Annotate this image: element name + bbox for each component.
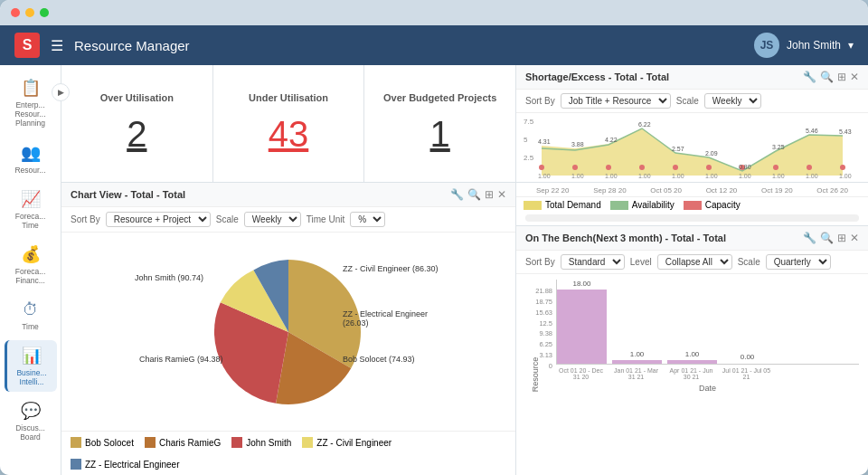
username: John Smith (787, 39, 841, 52)
date-labels: Sep 22 20 Sep 28 20 Oct 05 20 Oct 12 20 … (516, 185, 868, 196)
maximize-dot[interactable] (40, 8, 49, 17)
stat-card-over-utilisation: Over Utilisation 2 (61, 65, 213, 182)
on-bench-header: On The Bench(Next 3 month) - Total - Tot… (516, 226, 868, 251)
pie-chart-svg (207, 251, 370, 413)
filter-icon[interactable]: 🔧 (803, 71, 816, 83)
bench-sort-select[interactable]: Standard (561, 254, 625, 270)
resource-icon: 👥 (21, 143, 41, 163)
chart-time-label: Time Unit (307, 214, 344, 224)
expand-icon-bench[interactable]: ⊞ (837, 232, 846, 244)
svg-point-5 (572, 165, 578, 170)
expand-icon[interactable]: ⊞ (837, 71, 846, 83)
label-civil: ZZ - Civil Engineer (86.30) (343, 264, 439, 273)
bar-group-2: 1.00 (612, 350, 662, 364)
business-icon: 📊 (22, 346, 42, 366)
user-info[interactable]: JS John Smith ▾ (754, 33, 854, 58)
legend-label-demand: Total Demand (545, 200, 601, 210)
filter-icon-bench[interactable]: 🔧 (803, 232, 816, 244)
bench-level-select[interactable]: Collapse All (657, 254, 732, 270)
chart-view-title: Chart View - Total - Total (71, 189, 185, 200)
legend-color-capacity (684, 201, 702, 210)
date-sep28: Sep 28 20 (593, 186, 626, 195)
chart-scale-label: Scale (216, 214, 239, 224)
close-icon-bench[interactable]: ✕ (850, 232, 859, 244)
pie-area: ZZ - Civil Engineer (86.30) ZZ - Electri… (135, 246, 442, 418)
avatar: JS (754, 33, 779, 58)
sidebar-item-forecast-time[interactable]: 📈 Foreca...Time (5, 184, 57, 235)
stat-value-over-utilisation[interactable]: 2 (127, 114, 146, 155)
svg-text:1.00: 1.00 (672, 173, 684, 179)
bench-scale-select[interactable]: Quarterly (766, 254, 831, 270)
label-charis: Charis RamieG (94.38) (139, 355, 223, 364)
x-label-3: Apr 01 21 - Jun 30 21 (666, 367, 716, 380)
legend-color-charis (145, 437, 156, 448)
sidebar-item-business[interactable]: 📊 Busine...Intelli... (5, 340, 57, 392)
filter-icon-chart[interactable]: 🔧 (450, 188, 464, 201)
shortage-legend: Total Demand Availability Capacity (516, 196, 868, 213)
close-icon-chart[interactable]: ✕ (497, 188, 506, 201)
search-icon-chart[interactable]: 🔍 (467, 188, 481, 201)
chart-view-panel: Chart View - Total - Total 🔧 🔍 ⊞ ✕ Sort … (61, 183, 515, 475)
sidebar-item-discuss[interactable]: 💬 Discus...Board (5, 395, 57, 447)
legend-label-capacity: Capacity (705, 200, 741, 210)
legend-color-bob (71, 437, 81, 448)
stat-card-under-utilisation: Under Utilisation 43 (213, 65, 365, 182)
date-sep22: Sep 22 20 (536, 186, 569, 195)
close-dot[interactable] (11, 8, 20, 17)
svg-text:1.00: 1.00 (605, 173, 618, 179)
sidebar-toggle[interactable]: ▶ (52, 83, 70, 101)
search-icon[interactable]: 🔍 (820, 71, 834, 83)
sidebar-item-forecast-fin[interactable]: 💰 Foreca...Financ... (5, 239, 57, 290)
chart-sort-label: Sort By (71, 214, 100, 224)
expand-icon-chart[interactable]: ⊞ (485, 188, 494, 201)
chart-legend: Bob Solocet Charis RamieG John Smith (61, 431, 515, 475)
legend-label-bob: Bob Solocet (85, 438, 134, 448)
minimize-dot[interactable] (25, 8, 34, 17)
scale-label: Scale (676, 96, 699, 106)
bar-group-4: 0.00 (722, 353, 772, 364)
time-icon: ⏱ (23, 300, 39, 319)
legend-availability: Availability (610, 200, 675, 210)
shortage-scrollbar[interactable] (525, 214, 859, 222)
svg-marker-3 (542, 128, 843, 176)
legend-item-electrical: ZZ - Electrical Engineer (71, 459, 179, 470)
scale-select[interactable]: Weekly (704, 93, 761, 109)
stat-value-over-budgeted[interactable]: 1 (430, 114, 450, 155)
app-window: S ☰ Resource Manager JS John Smith ▾ ▶ 📋… (0, 0, 868, 475)
y-axis-title: Resource (531, 357, 540, 393)
sidebar-item-resource[interactable]: 👥 Resour... (5, 138, 57, 180)
y-21: 21.88 (525, 287, 552, 295)
chart-time-select[interactable]: % (350, 212, 385, 227)
date-oct26: Oct 26 20 (816, 186, 848, 195)
title-bar (0, 0, 868, 25)
chart-sort-select[interactable]: Resource + Project (106, 212, 211, 227)
legend-label-charis: Charis RamieG (159, 438, 221, 448)
bar-container: 18.00 1.00 (556, 280, 859, 365)
svg-text:2.57: 2.57 (672, 146, 684, 152)
svg-point-9 (706, 165, 712, 170)
svg-text:0.80: 0.80 (739, 164, 751, 170)
svg-point-8 (673, 165, 678, 170)
sidebar-item-enterprise[interactable]: 📋 Enterp...Resour...Planning (5, 72, 57, 134)
close-icon[interactable]: ✕ (850, 71, 859, 83)
shortage-excess-chart: 7.5 5 2.5 (516, 113, 868, 183)
y-6: 6.25 (525, 340, 552, 348)
date-oct19: Oct 19 20 (761, 186, 793, 195)
sort-select[interactable]: Job Title + Resource (561, 93, 671, 109)
y-18: 18.75 (525, 298, 552, 306)
search-icon-bench[interactable]: 🔍 (820, 232, 834, 244)
stat-value-under-utilisation[interactable]: 43 (269, 114, 309, 155)
svg-point-11 (773, 165, 778, 170)
menu-icon[interactable]: ☰ (51, 37, 63, 54)
shortage-excess-controls: Sort By Job Title + Resource Scale Weekl… (516, 90, 868, 113)
svg-point-7 (639, 165, 645, 170)
svg-text:1.00: 1.00 (739, 173, 751, 179)
app-logo: S (14, 33, 40, 58)
sidebar-item-time[interactable]: ⏱ Time (5, 295, 57, 337)
bar-2 (612, 360, 662, 364)
svg-text:4.22: 4.22 (605, 137, 618, 143)
chart-view-header: Chart View - Total - Total 🔧 🔍 ⊞ ✕ (61, 183, 515, 207)
date-oct05: Oct 05 20 (650, 186, 682, 195)
user-dropdown-icon[interactable]: ▾ (848, 39, 854, 52)
chart-scale-select[interactable]: Weekly (244, 212, 301, 227)
